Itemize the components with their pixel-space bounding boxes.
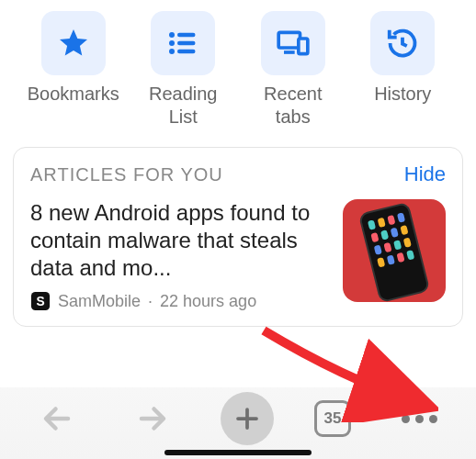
article-title: 8 new Android apps found to contain malw… — [30, 199, 330, 282]
devices-icon — [261, 11, 325, 75]
list-icon — [151, 11, 215, 75]
svg-text:S: S — [36, 295, 44, 308]
articles-card: ARTICLES FOR YOU Hide 8 new Android apps… — [13, 147, 463, 327]
back-button[interactable] — [29, 391, 85, 446]
arrow-right-icon — [136, 402, 169, 435]
hide-button[interactable]: Hide — [404, 162, 446, 186]
reading-list-button[interactable]: Reading List — [137, 11, 229, 129]
plus-icon — [233, 405, 261, 432]
more-dots-icon — [402, 415, 410, 423]
recent-tabs-button[interactable]: Recent tabs — [247, 11, 339, 129]
svg-rect-8 — [299, 39, 308, 54]
history-label: History — [374, 83, 431, 106]
new-tab-button[interactable] — [221, 392, 274, 445]
home-indicator — [164, 450, 312, 455]
source-favicon-icon: S — [30, 291, 51, 311]
bookmarks-label: Bookmarks — [28, 83, 119, 106]
article-meta: S SamMobile · 22 hours ago — [30, 291, 330, 311]
recent-tabs-label: Recent tabs — [247, 83, 339, 129]
more-button[interactable] — [391, 415, 447, 423]
star-icon — [41, 11, 106, 75]
article-thumbnail — [343, 199, 446, 302]
forward-button[interactable] — [125, 391, 180, 446]
tabs-button[interactable]: 35 — [314, 400, 351, 437]
bottom-toolbar: 35 — [0, 387, 476, 459]
arrow-left-icon — [40, 402, 74, 435]
articles-header: ARTICLES FOR YOU Hide — [14, 148, 462, 199]
article-source: SamMobile — [58, 292, 141, 311]
svg-rect-5 — [177, 50, 196, 54]
article-item[interactable]: 8 new Android apps found to contain malw… — [14, 199, 462, 326]
article-time: 22 hours ago — [160, 292, 256, 311]
svg-point-0 — [169, 32, 175, 38]
svg-rect-1 — [177, 33, 196, 38]
articles-heading: ARTICLES FOR YOU — [30, 164, 223, 185]
svg-point-4 — [169, 49, 175, 54]
bookmarks-button[interactable]: Bookmarks — [28, 11, 119, 129]
history-button[interactable]: History — [357, 11, 448, 129]
article-text-block: 8 new Android apps found to contain malw… — [30, 199, 330, 311]
quick-access-row: Bookmarks Reading List Recent tabs — [0, 0, 476, 129]
article-meta-sep: · — [148, 292, 153, 311]
history-icon — [370, 11, 435, 75]
svg-point-2 — [169, 40, 175, 46]
tab-count: 35 — [324, 409, 342, 428]
reading-list-label: Reading List — [137, 83, 229, 129]
svg-rect-3 — [177, 41, 196, 46]
